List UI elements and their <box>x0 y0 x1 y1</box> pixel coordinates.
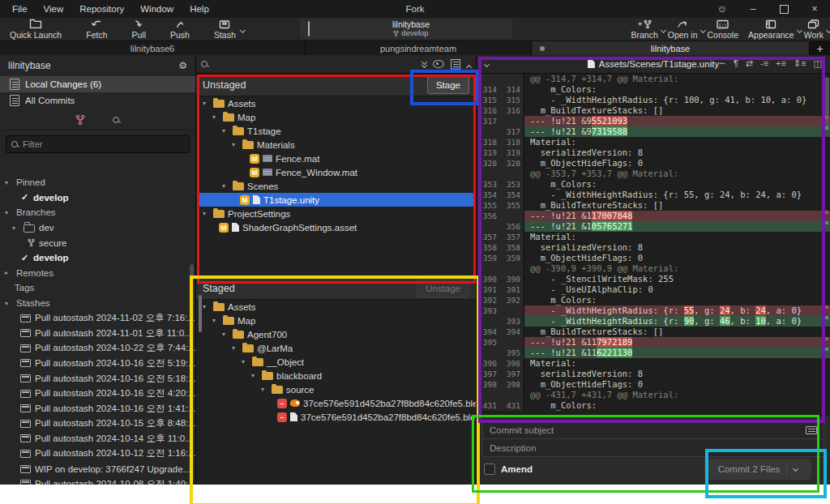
diff-line[interactable]: 395--- !u!21 &116221130 <box>477 348 830 358</box>
tree-folder-row[interactable]: ▾ProjectSettings <box>196 207 476 220</box>
diff-content[interactable]: @@ -314,7 +314,7 @@ Material:314314 m_Co… <box>477 74 830 415</box>
diff-line[interactable]: 356--- !u!21 &117007848 <box>477 211 830 221</box>
tree-arrow-icon[interactable]: ▾ <box>212 317 220 324</box>
tree-arrow-icon[interactable]: ▾ <box>232 344 239 352</box>
new-tab-button[interactable]: + <box>810 41 830 56</box>
view-mode-icon[interactable] <box>451 59 460 70</box>
tree-folder-row[interactable]: ▾blackboard <box>196 369 476 382</box>
diff-line[interactable]: 392392 m_Colors: <box>477 295 830 305</box>
chevron-down-icon[interactable] <box>827 23 830 37</box>
commit-description-input[interactable]: Description <box>482 439 824 457</box>
toolbar-quick-launch-button[interactable]: Quick Launch <box>3 18 68 41</box>
tree-arrow-icon[interactable]: ▾ <box>5 179 12 186</box>
sidebar-item-local-changes-6[interactable]: Local Changes (6) <box>0 76 195 92</box>
tree-file-row[interactable]: –37ce576e591d452ba27f8bd84c620fe5.blen..… <box>196 410 476 424</box>
sidebar-item[interactable]: Pull autostash 2024-10-12 오전 1:16:... <box>0 446 195 462</box>
close-button[interactable]: × <box>799 0 830 18</box>
tree-arrow-icon[interactable]: ▾ <box>222 127 229 135</box>
tree-file-row[interactable]: MT1stage.unity <box>198 193 474 207</box>
sidebar-item[interactable]: WIP on develop: 3766f247 Upgrade... <box>0 461 195 476</box>
sidebar-section-tags[interactable]: Tags <box>0 280 195 296</box>
diff-line[interactable]: 398398 m_ObjectHideFlags: 0 <box>477 379 830 390</box>
sidebar-item[interactable]: Pull autostash 2024-10-16 오전 1:41:... <box>0 401 195 416</box>
expand-all-icon[interactable]: ⇕≡ <box>794 58 806 69</box>
toolbar-console-button[interactable]: C:\Console <box>703 18 744 41</box>
unstage-button[interactable]: Unstage <box>417 280 469 297</box>
menu-help[interactable]: Help <box>182 2 216 16</box>
pilcrow-icon[interactable]: ¶ <box>734 58 738 69</box>
tree-file-row[interactable]: MFence_Window.mat <box>196 165 476 179</box>
toolbar-appearance-button[interactable]: Appearance <box>743 18 799 41</box>
tree-arrow-icon[interactable]: ▾ <box>212 113 220 121</box>
diff-line[interactable]: 318318Material: <box>477 137 830 147</box>
diff-line[interactable]: @@ -353,7 +353,7 @@ Material: <box>477 169 830 179</box>
menu-file[interactable]: File <box>5 2 35 16</box>
message-template-icon[interactable] <box>806 426 817 434</box>
sidebar-section-remotes[interactable]: ▸Remotes <box>0 266 195 281</box>
tree-folder-row[interactable]: ▾__Object <box>196 355 476 369</box>
tree-arrow-icon[interactable]: ▾ <box>12 224 19 232</box>
diff-line[interactable]: 390390 - _StencilWriteMask: 255 <box>477 274 830 284</box>
diff-line[interactable]: 316316 m_BuildTextureStacks: [] <box>477 105 830 116</box>
diff-line[interactable]: 359359 m_ObjectHideFlags: 0 <box>477 253 830 263</box>
tree-arrow-icon[interactable]: ▾ <box>203 210 210 217</box>
diff-line[interactable]: 431431 m_Colors: <box>477 400 830 411</box>
tab-pungsindreamteam[interactable]: pungsindreamteam <box>306 41 532 56</box>
diff-line[interactable]: 391391 - _UseUIAlphaClip: 0 <box>477 284 830 295</box>
toolbar-branch-button[interactable]: +Branch <box>626 18 662 41</box>
diff-line[interactable]: @@ -431,7 +431,7 @@ Material: <box>477 390 830 400</box>
tree-arrow-icon[interactable]: ▸ <box>5 269 12 276</box>
sidebar-item[interactable]: Pull autostash 2024-10-16 오전 5:19:... <box>0 356 195 371</box>
amend-checkbox[interactable] <box>484 463 495 475</box>
diff-line[interactable]: 354354 - _WidthHeightRadius: {r: 55, g: … <box>477 190 830 200</box>
sidebar-item[interactable]: ▾dev <box>0 220 195 236</box>
diff-line[interactable]: 353353 m_Colors: <box>477 179 830 190</box>
tree-file-row[interactable]: MFence.mat <box>196 152 476 165</box>
file-search-bar[interactable] <box>196 55 476 74</box>
sidebar-section-pinned[interactable]: ▾Pinned <box>0 175 195 190</box>
tree-arrow-icon[interactable]: ▾ <box>261 386 268 393</box>
tree-arrow-icon[interactable]: ▾ <box>5 300 12 307</box>
tree-folder-row[interactable]: ▾Agent700 <box>196 327 476 341</box>
tree-folder-row[interactable]: ▾T1stage <box>196 124 476 138</box>
tree-arrow-icon[interactable]: ▾ <box>222 331 229 338</box>
sidebar-item[interactable]: Pull autostash 2024-11-02 오후 7:16:... <box>0 310 195 326</box>
collapse-context-icon[interactable]: -≡ <box>760 58 768 69</box>
whitespace-icon[interactable]: ⇄ <box>746 58 753 69</box>
tree-folder-row[interactable]: ▾Scenes <box>196 179 476 193</box>
diff-line[interactable]: 393 - _WidthHeightRadius: {r: 90, g: 46,… <box>477 316 830 327</box>
toolbar-stash-button[interactable]: Stash <box>208 18 242 41</box>
minimize-button[interactable]: – <box>738 0 768 18</box>
diff-line[interactable]: @@ -390,9 +390,9 @@ Material: <box>477 263 830 274</box>
diff-line[interactable]: 357357Material: <box>477 232 830 242</box>
diff-line[interactable]: 314314 m_Colors: <box>477 84 830 95</box>
tree-arrow-icon[interactable]: ▾ <box>5 209 12 216</box>
tree-arrow-icon[interactable]: ▾ <box>203 303 210 310</box>
menu-view[interactable]: View <box>36 2 71 16</box>
diff-scrollbar[interactable] <box>825 77 829 130</box>
branch-view-icon[interactable] <box>75 114 85 126</box>
search-icon[interactable] <box>113 117 120 124</box>
tree-arrow-icon[interactable]: ▾ <box>222 182 229 190</box>
toolbar-fetch-button[interactable]: Fetch <box>79 18 113 41</box>
sidebar-section-stashes[interactable]: ▾Stashes <box>0 296 195 311</box>
menu-repository[interactable]: Repository <box>72 2 131 16</box>
sidebar-item[interactable]: ✓develop <box>0 190 195 206</box>
diff-line[interactable]: 358358 serializedVersion: 8 <box>477 242 830 253</box>
gear-icon[interactable]: ⚙ <box>178 60 187 71</box>
diff-line[interactable]: 396396Material: <box>477 358 830 369</box>
tree-folder-row[interactable]: ▾Map <box>196 314 476 327</box>
toolbar-pull-button[interactable]: Pull <box>125 18 152 41</box>
tree-arrow-icon[interactable]: ▾ <box>203 100 210 107</box>
tree-folder-row[interactable]: ▾Materials <box>196 138 476 152</box>
diff-line[interactable]: 319319 serializedVersion: 8 <box>477 147 830 158</box>
toolbar-work-button[interactable]: Work <box>799 18 828 41</box>
sidebar-item[interactable]: Pull autostash 2024-11-01 오후 11:0... <box>0 326 195 341</box>
sidebar-item[interactable]: Pull autostash 2024-10-22 오후 7:44:... <box>0 341 195 357</box>
tree-folder-row[interactable]: ▾Assets <box>196 300 476 314</box>
stage-button[interactable]: Stage <box>427 76 469 94</box>
sidebar-item[interactable]: ✓develop <box>0 250 195 266</box>
tab-lilnitybase6[interactable]: lilnitybase6 <box>0 41 306 56</box>
split-view-icon[interactable]: ◫ <box>814 58 822 69</box>
sidebar-item[interactable]: Pull autostash 2024-10-15 오후 8:48:... <box>0 416 195 432</box>
